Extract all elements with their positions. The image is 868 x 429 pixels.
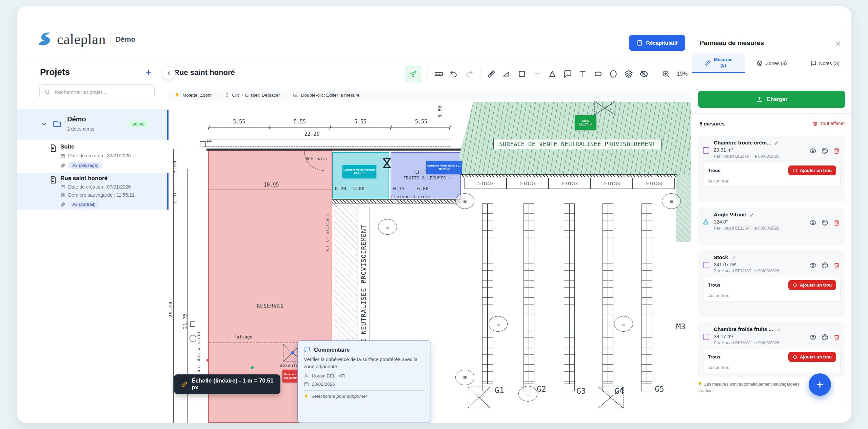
ruler-icon (705, 60, 711, 66)
palette-icon[interactable] (821, 334, 828, 340)
tab-notes[interactable]: Notes (3) (798, 54, 851, 73)
eye-icon[interactable] (809, 219, 816, 226)
trash-icon[interactable] (833, 147, 840, 154)
zone-badge-stock[interactable]: Stock 241.07 m² (575, 115, 596, 130)
rounded-rect-tool-icon[interactable] (594, 70, 603, 78)
shelf-unit: MJC118-6 (633, 178, 675, 189)
comment-tool-icon[interactable] (563, 70, 572, 78)
palette-icon[interactable] (821, 147, 828, 154)
circle-icon (793, 355, 797, 359)
eye-off-icon[interactable] (639, 70, 648, 78)
comment-popup[interactable]: Commentaire Vérifier la cohérence de la … (297, 340, 431, 423)
collapse-sidebar-button[interactable] (162, 66, 176, 80)
axis-line (202, 146, 451, 147)
project-item-demo[interactable]: Démo 2 documents active (17, 110, 169, 140)
dim-label: 0.20 (333, 186, 348, 191)
lightbulb-icon (304, 394, 309, 399)
zone-badge-reserves[interactable]: Réserves 331.84 m² (282, 370, 298, 383)
add-measure-fab[interactable] (809, 373, 831, 396)
pencil-icon[interactable] (776, 327, 781, 332)
measure-point-blue[interactable] (291, 351, 294, 354)
add-hole-button[interactable]: Ajouter un trou (788, 165, 836, 175)
trash-icon[interactable] (833, 262, 840, 269)
palette-icon[interactable] (821, 262, 828, 269)
logo-text: caleplan (57, 31, 106, 47)
palette-icon[interactable] (821, 219, 828, 226)
text-tool-icon[interactable] (578, 70, 587, 78)
pencil-icon[interactable] (774, 140, 779, 145)
ellipse-tool-icon[interactable] (609, 70, 618, 78)
measure-point-green[interactable] (251, 366, 254, 369)
load-button[interactable]: Charger (698, 91, 845, 108)
measure-point-red[interactable] (206, 359, 209, 362)
measure-card-fruits[interactable]: Chambre froide fruits ... 28.17 m² Par H… (698, 322, 845, 377)
redo-icon[interactable] (465, 70, 474, 78)
triangle-shape-icon (702, 218, 709, 226)
floorplan-canvas[interactable]: 5.55 5.55 5.55 5.55 22.20 EP 3.40 1.50 2… (169, 101, 692, 423)
recap-button[interactable]: Récapitulatif (629, 35, 685, 51)
zone-stock-strip (676, 175, 691, 242)
project-search[interactable] (39, 84, 155, 99)
line-tool-icon[interactable] (533, 70, 541, 78)
hint-dblclick: Double-clic: Éditer la mesure (293, 92, 360, 98)
zone-badge-cremerie[interactable]: Chambre froide crèmerie 20.91 m² (342, 165, 376, 178)
measure-card-stock[interactable]: Stock 241.07 m² Par Houari BELHATI le 03… (698, 250, 845, 317)
trolley-symbol: ≡ (518, 386, 537, 402)
rectangle-tool-icon[interactable] (517, 70, 526, 78)
add-project-button[interactable] (142, 65, 155, 79)
zoom-level[interactable]: 19% (677, 71, 688, 77)
eye-icon[interactable] (809, 334, 816, 340)
measure-card-angle[interactable]: Angle Vitrine 124.0° Par Houari BELHATI … (698, 208, 845, 245)
add-hole-button[interactable]: Ajouter un trou (788, 280, 836, 290)
pencil-icon[interactable] (731, 255, 736, 260)
search-input[interactable] (54, 89, 143, 95)
wall-hatched (332, 199, 461, 203)
dim-label: 3.40 (172, 157, 177, 176)
trash-icon[interactable] (833, 219, 840, 226)
tab-zones[interactable]: Zones (4) (745, 54, 798, 73)
trash-icon[interactable] (833, 334, 840, 340)
scale-annotation[interactable]: Échelle (linéaire) - 1 m = 70.51 px (174, 374, 280, 394)
measure-title: Chambre froide fruits ... (714, 326, 773, 332)
triangle-tool-icon[interactable] (548, 70, 557, 78)
sidebar-title: Projets (40, 67, 70, 77)
paperclip-icon (60, 163, 65, 168)
paperclip-icon (60, 202, 65, 207)
document-item-suite[interactable]: Suite Date de création : 30/01/2026 A3 (… (17, 141, 169, 173)
document-created: Date de création : 07/01/2026 (60, 184, 131, 190)
dim-label: 5.55 (409, 119, 433, 125)
tab-mesures[interactable]: Mesures(5) (692, 54, 745, 73)
angle-tool-icon[interactable] (502, 70, 511, 78)
toolbar-separator (480, 69, 480, 79)
gondola-rack (524, 203, 534, 384)
folder-icon (53, 119, 62, 129)
zone-badge-fruits[interactable]: Chambre froide fruits & légumes 28.17 m² (426, 161, 462, 174)
measure-ruler-icon[interactable] (487, 70, 496, 78)
pencil-icon[interactable] (749, 212, 754, 217)
scale-label: Échelle (linéaire) - 1 m = 70.51 px (192, 377, 274, 391)
faitage-label: faîtage (229, 334, 257, 339)
eye-icon[interactable] (809, 262, 816, 269)
eye-icon[interactable] (809, 147, 816, 154)
zoom-in-icon[interactable] (662, 70, 670, 78)
layers-icon[interactable] (624, 70, 633, 78)
trolley-symbol: ≡ (455, 193, 474, 209)
comment-title: Commentaire (304, 346, 425, 353)
holes-label: Trous (708, 282, 721, 288)
scale-ruler-icon[interactable] (434, 70, 443, 78)
close-icon[interactable] (833, 39, 843, 49)
measure-card-cremerie[interactable]: Chambre froide crém... 20.91 m² Par Houa… (698, 136, 845, 202)
dim-label: 21.75 (182, 309, 188, 333)
undo-icon[interactable] (450, 70, 458, 78)
add-hole-button[interactable]: Ajouter un trou (788, 352, 836, 362)
circle-icon (793, 168, 797, 173)
dim-label: 6.80 (413, 186, 432, 191)
comment-icon (810, 60, 816, 66)
chevron-down-icon[interactable] (41, 121, 47, 128)
measures-panel: Panneau de mesures Mesures(5) Zones (4) … (692, 6, 851, 423)
live-tracking-button[interactable] (405, 66, 421, 82)
document-item-rue-saint-honore[interactable]: Rue saint honoré Date de création : 07/0… (17, 173, 169, 210)
zone-stock[interactable] (459, 102, 691, 175)
clear-all-button[interactable]: Tout effacer (812, 121, 845, 126)
trolley-symbol: ≡ (455, 370, 474, 385)
